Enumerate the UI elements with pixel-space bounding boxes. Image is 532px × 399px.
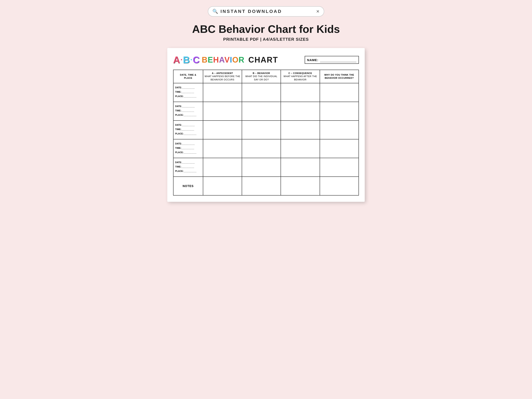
- notes-antecedent[interactable]: [203, 177, 242, 195]
- why-cell-1[interactable]: [320, 83, 359, 102]
- behavior-cell-4[interactable]: [242, 139, 281, 158]
- subtitle-normal: | A4/A5/LETTER SIZES: [260, 37, 309, 42]
- antecedent-cell-5[interactable]: [203, 158, 242, 177]
- chart-header: A · B · C BEHAVIOR CHART NAME:: [173, 54, 359, 65]
- table-row: DATE:__________TIME:__________PLACE:____…: [173, 83, 359, 102]
- notes-consequence[interactable]: [281, 177, 320, 195]
- col-header-behavior: B – BEHAVIORWHAT DID THE INDIVIDUAL SAY …: [242, 70, 281, 83]
- col-header-why: WHY DO YOU THINK THEBEHAVIOR OCCURRED?: [320, 70, 359, 83]
- behavior-a2: A: [219, 56, 224, 64]
- chart-container: A · B · C BEHAVIOR CHART NAME: DATE, TIM…: [167, 48, 365, 202]
- why-cell-5[interactable]: [320, 158, 359, 177]
- date-cell-4: DATE:__________TIME:__________PLACE:____…: [173, 139, 203, 158]
- letter-b: B: [183, 54, 190, 65]
- behavior-o: O: [232, 56, 239, 64]
- name-box[interactable]: NAME:: [305, 56, 359, 64]
- notes-label-cell: NOTES: [173, 177, 203, 195]
- page-title: ABC Behavior Chart for Kids: [192, 23, 340, 35]
- antecedent-cell-3[interactable]: [203, 120, 242, 139]
- chart-word: CHART: [246, 56, 278, 64]
- why-cell-2[interactable]: [320, 102, 359, 120]
- name-label: NAME:: [307, 58, 318, 62]
- table-row: DATE:__________TIME:__________PLACE:____…: [173, 120, 359, 139]
- notes-why[interactable]: [320, 177, 359, 195]
- table-row: DATE:__________TIME:__________PLACE:____…: [173, 158, 359, 177]
- subtitle-bold: PRINTABLE PDF: [223, 37, 259, 42]
- col-header-consequence: C – CONSEQUENCEWHAT HAPPENS AFTER THE BE…: [281, 70, 320, 83]
- dot-1: ·: [180, 56, 183, 64]
- why-cell-4[interactable]: [320, 139, 359, 158]
- behavior-h: H: [213, 56, 219, 64]
- search-icon: 🔍: [212, 9, 218, 14]
- antecedent-cell-1[interactable]: [203, 83, 242, 102]
- letter-a: A: [173, 54, 180, 65]
- behavior-b: B: [202, 56, 208, 64]
- behavior-text: BEHAVIOR: [202, 56, 245, 64]
- consequence-cell-5[interactable]: [281, 158, 320, 177]
- behavior-cell-1[interactable]: [242, 83, 281, 102]
- dot-2: ·: [190, 56, 193, 64]
- behavior-cell-5[interactable]: [242, 158, 281, 177]
- consequence-cell-1[interactable]: [281, 83, 320, 102]
- notes-row: NOTES: [173, 177, 359, 195]
- notes-behavior[interactable]: [242, 177, 281, 195]
- table-row: DATE:__________TIME:__________PLACE:____…: [173, 139, 359, 158]
- consequence-cell-2[interactable]: [281, 102, 320, 120]
- date-cell-1: DATE:__________TIME:__________PLACE:____…: [173, 83, 203, 102]
- chart-title: A · B · C BEHAVIOR CHART: [173, 54, 278, 65]
- table-header-row: DATE, TIME &PLACE A – ANTECEDENTWHAT HAP…: [173, 70, 359, 83]
- col-header-antecedent: A – ANTECEDENTWHAT HAPPENS BEFORE THE BE…: [203, 70, 242, 83]
- antecedent-cell-4[interactable]: [203, 139, 242, 158]
- behavior-r: R: [239, 56, 244, 64]
- search-bar[interactable]: 🔍 INSTANT DOWNLOAD ✕: [208, 6, 324, 17]
- behavior-i: I: [230, 56, 232, 64]
- behavior-cell-2[interactable]: [242, 102, 281, 120]
- consequence-cell-3[interactable]: [281, 120, 320, 139]
- antecedent-cell-2[interactable]: [203, 102, 242, 120]
- behavior-cell-3[interactable]: [242, 120, 281, 139]
- page-subtitle: PRINTABLE PDF | A4/A5/LETTER SIZES: [223, 37, 309, 42]
- date-cell-5: DATE:__________TIME:__________PLACE:____…: [173, 158, 203, 177]
- col-header-date: DATE, TIME &PLACE: [173, 70, 203, 83]
- name-input[interactable]: [320, 57, 356, 62]
- why-cell-3[interactable]: [320, 120, 359, 139]
- consequence-cell-4[interactable]: [281, 139, 320, 158]
- date-cell-3: DATE:__________TIME:__________PLACE:____…: [173, 120, 203, 139]
- behavior-e: E: [208, 56, 213, 64]
- behavior-table: DATE, TIME &PLACE A – ANTECEDENTWHAT HAP…: [173, 70, 359, 196]
- search-text: INSTANT DOWNLOAD: [221, 9, 314, 14]
- table-row: DATE:__________TIME:__________PLACE:____…: [173, 102, 359, 120]
- close-icon[interactable]: ✕: [316, 9, 320, 14]
- date-cell-2: DATE:__________TIME:__________PLACE:____…: [173, 102, 203, 120]
- letter-c: C: [193, 54, 200, 65]
- behavior-v: V: [224, 56, 230, 64]
